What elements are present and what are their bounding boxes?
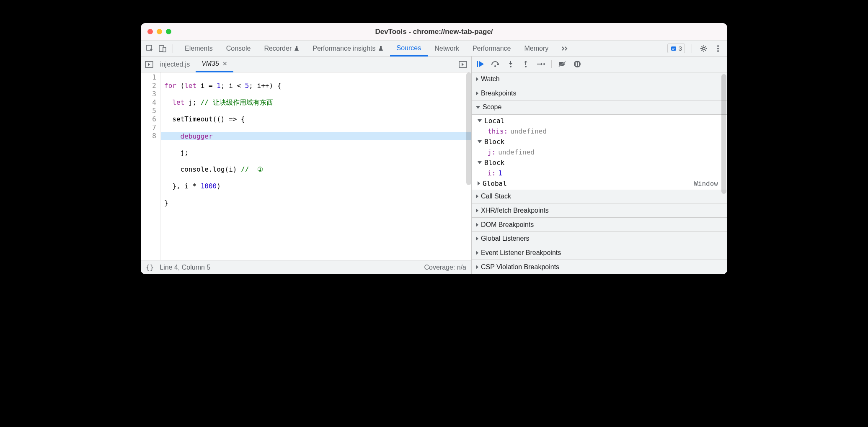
section-call-stack[interactable]: Call Stack: [472, 190, 727, 204]
svg-point-9: [717, 50, 719, 52]
editor-scrollbar[interactable]: [466, 72, 471, 185]
step-over-button[interactable]: [491, 59, 500, 69]
more-options-icon[interactable]: [713, 44, 723, 54]
inspect-element-icon[interactable]: [145, 44, 155, 54]
chevron-right-icon: [476, 223, 478, 227]
line-number: 3: [141, 90, 156, 98]
tab-performance-insights[interactable]: Performance insights: [306, 41, 390, 57]
code-line-highlighted: debugger: [161, 132, 471, 140]
cursor-position: Line 4, Column 5: [160, 264, 210, 271]
section-label: CSP Violation Breakpoints: [481, 263, 559, 271]
svg-rect-21: [578, 62, 579, 66]
gutter: 1 2 3 4 5 6 7 8: [141, 72, 161, 260]
close-tab-icon[interactable]: ✕: [222, 60, 227, 67]
scope-label: Block: [484, 136, 504, 147]
section-label: Watch: [481, 75, 500, 83]
file-tabs-right: [458, 59, 468, 69]
pause-on-exceptions-button[interactable]: [573, 59, 582, 69]
scope-label: Block: [484, 157, 504, 168]
navigator-toggle-icon[interactable]: [144, 59, 154, 69]
scope-body: Local this: undefined Block j: undefined…: [472, 115, 727, 190]
settings-icon[interactable]: [699, 44, 709, 54]
svg-rect-2: [163, 47, 166, 52]
section-xhr-breakpoints[interactable]: XHR/fetch Breakpoints: [472, 203, 727, 218]
panel-body: injected.js VM35 ✕ 1 2 3 4: [141, 57, 727, 274]
code-area[interactable]: for (let i = 1; i < 5; i++) { let j; // …: [161, 72, 471, 260]
scope-global-value: Window: [694, 178, 723, 189]
chevron-right-icon: [476, 91, 478, 95]
window-title: DevTools - chrome://new-tab-page/: [375, 28, 493, 36]
titlebar: DevTools - chrome://new-tab-page/: [141, 23, 727, 41]
right-scrollbar[interactable]: [721, 74, 726, 194]
deactivate-breakpoints-button[interactable]: [558, 59, 567, 69]
tab-elements[interactable]: Elements: [178, 41, 220, 57]
toolbar-separator: [173, 44, 173, 53]
debug-toolbar: [472, 57, 727, 72]
traffic-lights: [147, 29, 171, 34]
scope-local[interactable]: Local: [472, 116, 727, 126]
close-window-button[interactable]: [147, 29, 153, 34]
step-button[interactable]: [536, 59, 545, 69]
section-scope[interactable]: Scope: [472, 100, 727, 115]
section-label: DOM Breakpoints: [481, 221, 534, 229]
svg-point-7: [717, 45, 719, 47]
tab-console[interactable]: Console: [220, 41, 258, 57]
svg-point-15: [525, 66, 527, 67]
toolbar-right: 3: [667, 44, 723, 54]
scope-var-j[interactable]: j: undefined: [472, 147, 727, 157]
scope-block-2[interactable]: Block: [472, 157, 727, 168]
line-number: 1: [141, 73, 156, 82]
section-label: Event Listener Breakpoints: [481, 249, 561, 257]
step-out-button[interactable]: [521, 59, 530, 69]
section-global-listeners[interactable]: Global Listeners: [472, 232, 727, 246]
tab-memory[interactable]: Memory: [518, 41, 555, 57]
scope-var-this[interactable]: this: undefined: [472, 126, 727, 136]
tab-performance[interactable]: Performance: [466, 41, 518, 57]
section-label: Breakpoints: [481, 90, 517, 97]
chevron-right-icon: [476, 237, 478, 241]
tab-network[interactable]: Network: [428, 41, 466, 57]
issue-icon: [670, 45, 677, 52]
svg-point-8: [717, 48, 719, 49]
svg-rect-20: [576, 62, 577, 66]
tab-recorder[interactable]: Recorder: [257, 41, 306, 57]
statusbar: {} Line 4, Column 5 Coverage: n/a: [141, 260, 471, 274]
more-tabs-button[interactable]: [555, 41, 576, 57]
more-file-tabs-icon[interactable]: [458, 59, 468, 69]
code-line: }, i * 1000): [163, 182, 471, 190]
resume-button[interactable]: [476, 59, 485, 69]
file-tab-vm35[interactable]: VM35 ✕: [196, 57, 233, 72]
device-toolbar-icon[interactable]: [158, 44, 168, 54]
braces-icon[interactable]: {}: [146, 263, 154, 271]
chevron-right-icon: [478, 181, 480, 185]
scope-var-i[interactable]: i: 1: [472, 168, 727, 178]
minimize-window-button[interactable]: [157, 29, 162, 34]
step-into-button[interactable]: [506, 59, 515, 69]
section-watch[interactable]: Watch: [472, 72, 727, 87]
line-number: 7: [141, 123, 156, 132]
line-number: 6: [141, 115, 156, 123]
chevron-right-icon: [476, 77, 478, 81]
section-event-listener-breakpoints[interactable]: Event Listener Breakpoints: [472, 246, 727, 260]
section-label: Call Stack: [481, 193, 511, 200]
scope-global[interactable]: Global Window: [472, 178, 727, 189]
svg-point-13: [494, 65, 496, 67]
maximize-window-button[interactable]: [166, 29, 171, 34]
flask-icon: [294, 46, 299, 51]
section-label: XHR/fetch Breakpoints: [481, 207, 549, 214]
code-line: setTimeout(() => {: [163, 115, 471, 123]
section-dom-breakpoints[interactable]: DOM Breakpoints: [472, 218, 727, 232]
section-csp-breakpoints[interactable]: CSP Violation Breakpoints: [472, 260, 727, 274]
tab-performance-insights-label: Performance insights: [313, 45, 375, 52]
tab-sources[interactable]: Sources: [390, 41, 428, 57]
file-tab-injected[interactable]: injected.js: [154, 57, 196, 72]
scope-block-1[interactable]: Block: [472, 136, 727, 147]
section-breakpoints[interactable]: Breakpoints: [472, 86, 727, 100]
devtools-window: DevTools - chrome://new-tab-page/ Elemen…: [141, 23, 727, 274]
chevron-down-icon: [478, 161, 482, 164]
chevron-right-icon: [476, 208, 478, 213]
chevron-down-icon: [476, 106, 480, 109]
issues-count: 3: [679, 45, 682, 52]
issues-badge[interactable]: 3: [667, 44, 685, 53]
editor[interactable]: 1 2 3 4 5 6 7 8 for (let i = 1; i < 5; i…: [141, 72, 471, 260]
